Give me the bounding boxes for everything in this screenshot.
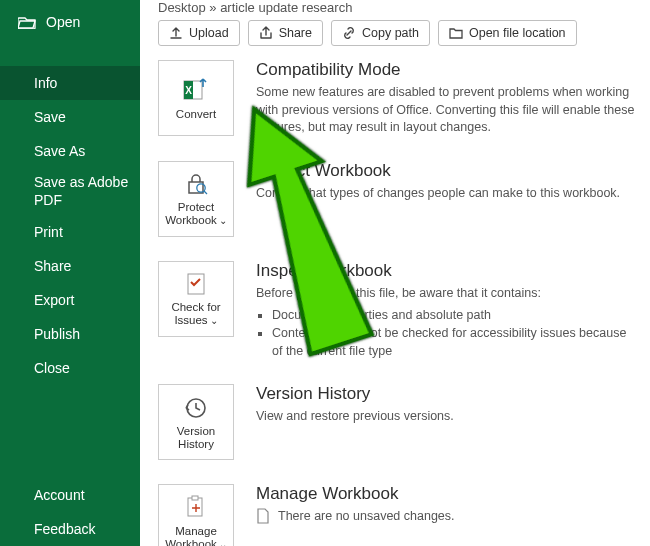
tile-label: Version History [159, 425, 233, 450]
sidebar-nav: Info Save Save As Save as Adobe PDF Prin… [0, 66, 140, 385]
history-icon [182, 394, 210, 422]
breadcrumb: Desktop » article update research [158, 0, 352, 15]
share-button[interactable]: Share [248, 20, 323, 46]
protect-section: Protect Workbook Control what types of c… [256, 161, 620, 203]
excel-convert-icon: X [181, 75, 211, 105]
section-title: Version History [256, 384, 454, 404]
sidebar-item-export[interactable]: Export [0, 283, 140, 317]
protect-workbook-button[interactable]: Protect Workbook⌄ [158, 161, 234, 237]
chevron-down-icon: ⌄ [210, 315, 218, 326]
section-desc: Some new features are disabled to preven… [256, 84, 636, 137]
sidebar-item-account[interactable]: Account [0, 478, 140, 512]
sidebar-item-save-as[interactable]: Save As [0, 134, 140, 168]
upload-button[interactable]: Upload [158, 20, 240, 46]
folder-icon [449, 27, 463, 39]
link-icon [342, 26, 356, 40]
sidebar-item-save-as-adobe-pdf[interactable]: Save as Adobe PDF [0, 168, 140, 215]
sidebar-item-feedback[interactable]: Feedback [0, 512, 140, 546]
sidebar-bottom: Account Feedback [0, 478, 140, 546]
upload-icon [169, 26, 183, 40]
chevron-down-icon: ⌄ [219, 539, 227, 546]
sidebar-item-print[interactable]: Print [0, 215, 140, 249]
lock-icon [182, 170, 210, 198]
tile-label: Manage Workbook⌄ [159, 525, 233, 546]
tile-label: Convert [172, 108, 220, 121]
sidebar-open-label: Open [46, 14, 80, 30]
chevron-down-icon: ⌄ [219, 215, 227, 226]
check-document-icon [182, 270, 210, 298]
version-history-button[interactable]: Version History [158, 384, 234, 460]
section-lead: Before publishing this file, be aware th… [256, 285, 632, 303]
sidebar-item-publish[interactable]: Publish [0, 317, 140, 351]
tile-label: Protect Workbook⌄ [159, 201, 233, 226]
inspect-section: Inspect Workbook Before publishing this … [256, 261, 632, 361]
sidebar-item-save[interactable]: Save [0, 100, 140, 134]
convert-button[interactable]: X Convert [158, 60, 234, 136]
section-title: Compatibility Mode [256, 60, 636, 80]
copy-path-button[interactable]: Copy path [331, 20, 430, 46]
svg-text:X: X [185, 85, 192, 96]
share-icon [259, 26, 273, 40]
open-folder-icon [18, 15, 36, 29]
version-history-section: Version History View and restore previou… [256, 384, 454, 426]
manage-section: Manage Workbook There are no unsaved cha… [256, 484, 455, 524]
section-title: Inspect Workbook [256, 261, 632, 281]
no-changes-text: There are no unsaved changes. [278, 509, 455, 523]
check-for-issues-button[interactable]: Check for Issues⌄ [158, 261, 234, 337]
sidebar-item-share[interactable]: Share [0, 249, 140, 283]
compatibility-section: Compatibility Mode Some new features are… [256, 60, 636, 137]
manage-workbook-icon [182, 494, 210, 522]
section-desc: View and restore previous versions. [256, 408, 454, 426]
manage-workbook-button[interactable]: Manage Workbook⌄ [158, 484, 234, 546]
list-item: Document properties and absolute path [272, 306, 632, 324]
list-item: Content that cannot be checked for acces… [272, 324, 632, 360]
tile-label: Check for Issues⌄ [159, 301, 233, 326]
info-main: X Convert Compatibility Mode Some new fe… [158, 60, 650, 546]
open-file-location-button[interactable]: Open file location [438, 20, 577, 46]
svg-rect-8 [192, 496, 198, 500]
sidebar-item-close[interactable]: Close [0, 351, 140, 385]
file-sidebar: Open Info Save Save As Save as Adobe PDF… [0, 0, 140, 546]
section-title: Manage Workbook [256, 484, 455, 504]
svg-rect-7 [188, 498, 202, 516]
inspect-list: Document properties and absolute path Co… [256, 306, 632, 360]
section-desc: Control what types of changes people can… [256, 185, 620, 203]
info-toolbar: Upload Share Copy path Open file locatio… [158, 20, 577, 46]
section-title: Protect Workbook [256, 161, 620, 181]
sidebar-open[interactable]: Open [0, 0, 140, 44]
sidebar-item-info[interactable]: Info [0, 66, 140, 100]
document-icon [256, 508, 270, 524]
